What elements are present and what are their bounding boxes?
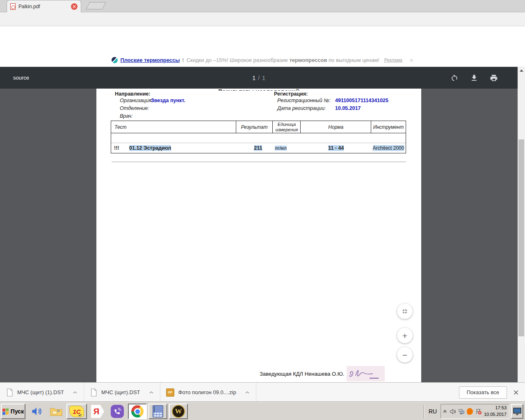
rotate-icon[interactable] — [450, 74, 459, 82]
file-icon — [90, 388, 97, 397]
row-test: 01.12 Эстрадиол — [129, 145, 171, 151]
fit-to-screen-button[interactable] — [397, 304, 413, 319]
tab-title: Palkin.pdf — [18, 4, 68, 9]
row-result: 211 — [254, 145, 262, 151]
tray-clock[interactable]: 17:53 10.05.2017 — [484, 405, 507, 418]
tray-date: 10.05.2017 — [484, 411, 507, 418]
header-result: Результат — [236, 121, 273, 133]
action-center-flag-icon[interactable] — [475, 408, 482, 415]
start-button[interactable]: Пуск — [1, 404, 25, 419]
zip-icon: ZIP — [166, 388, 174, 397]
taskbar-1c-button[interactable]: 1Сv7 — [66, 404, 87, 419]
row-unit: пг/мл — [275, 146, 286, 151]
org-value: Звезда пункт. — [151, 98, 185, 103]
yandex-direct-icon — [112, 57, 118, 63]
zoom-in-button[interactable]: + — [397, 328, 413, 343]
volume-icon[interactable] — [450, 408, 456, 415]
desktop: { "colors": { "accent_yellow": "#ffd93d"… — [0, 0, 525, 420]
network-icon[interactable] — [458, 408, 465, 415]
ad-link[interactable]: Плоские термопрессы — [120, 57, 180, 63]
horizontal-rule — [112, 162, 406, 162]
download-item[interactable]: МЧС (щит) (1).DST — [0, 383, 84, 402]
taskbar-yandex-browser-button[interactable]: Я — [89, 404, 107, 419]
ad-label[interactable]: Реклама — [384, 57, 402, 62]
file-icon — [6, 388, 13, 397]
dept-label: Отделение: — [120, 105, 149, 111]
tab-strip: Palkin.pdf ✕ — [0, 0, 525, 12]
source-label[interactable]: source — [13, 67, 29, 89]
registration-title: Регистрация: — [274, 91, 308, 97]
print-icon[interactable] — [490, 74, 498, 82]
monitor-icon — [513, 407, 522, 415]
taskbar-file-explorer-button[interactable] — [47, 404, 66, 419]
taskbar-divider — [423, 405, 424, 418]
yandex-browser-icon: Я — [91, 405, 104, 418]
close-shelf-icon[interactable] — [513, 389, 519, 396]
table-empty-row — [111, 133, 406, 143]
header-instrument: Инструмент — [371, 121, 406, 133]
show-desktop-button[interactable] — [511, 404, 523, 419]
browser-toolbar: Надежный https://docviewer.yandex.ru/vie… — [0, 12, 525, 26]
taskbar-viber-button[interactable] — [108, 404, 127, 419]
taskbar-calculator-button[interactable] — [148, 404, 167, 419]
taskbar-volume-button[interactable] — [27, 404, 46, 419]
results-table: Тест Результат Единица измерения Норма И… — [111, 121, 406, 153]
tab-close-icon[interactable]: ✕ — [71, 3, 78, 10]
signature-image — [347, 366, 385, 381]
document-page: Результаты исследований Направление: Орг… — [96, 89, 421, 382]
fit-to-screen-icon — [401, 308, 409, 315]
download-shelf: МЧС (щит) (1).DST МЧС (щит).DST ZIP Фото… — [0, 382, 525, 402]
header-norm: Норма — [301, 121, 371, 133]
chrome-icon — [131, 405, 144, 418]
pdf-favicon — [10, 3, 16, 10]
handwritten-signature — [347, 366, 385, 381]
taskbar-wow-button[interactable]: W — [169, 404, 188, 419]
viewer-toolbar: 1 / 1 source — [0, 67, 518, 89]
download-item[interactable]: МЧС (щит).DST — [84, 383, 160, 402]
chevron-up-icon[interactable] — [244, 390, 250, 395]
taskbar-chrome-button[interactable] — [128, 404, 147, 419]
download-filename: МЧС (щит).DST — [101, 389, 140, 395]
viber-icon — [111, 405, 124, 418]
reg-date-label: Дата регистрации: — [277, 105, 326, 111]
table-row: !!! 01.12 Эстрадиол 211 пг/мл 11 - 44 Ar… — [111, 143, 406, 153]
ad-text: Скидки до –15%! Широкое разнообразие тер… — [187, 57, 379, 63]
scrollbar-up-arrow[interactable] — [518, 68, 525, 73]
zoom-out-button[interactable]: − — [397, 347, 413, 363]
download-filename: Фото полигон 09.0....zip — [178, 389, 236, 395]
ad-bang: ! — [182, 57, 184, 63]
new-tab-button[interactable] — [86, 2, 106, 9]
docviewer-header: Яндекс Сохранить на Яндекс.Диск — [0, 26, 525, 53]
language-indicator[interactable]: RU — [426, 404, 440, 419]
1c-icon: 1Сv7 — [69, 406, 84, 417]
browser-tab[interactable]: Palkin.pdf ✕ — [7, 0, 81, 12]
ad-banner: Плоские термопрессы ! Скидки до –15%! Ши… — [0, 53, 525, 67]
row-instrument: Architect 2000 — [373, 145, 404, 151]
row-norm: 11 - 44 — [328, 145, 344, 151]
scrollbar-thumb[interactable] — [518, 139, 524, 336]
phone-icon — [113, 407, 121, 415]
reg-no-value: 4911005171114341025 — [335, 98, 388, 103]
chevron-up-icon[interactable] — [72, 390, 78, 395]
reg-date-value: 10.05.2017 — [335, 105, 361, 111]
scrollbar[interactable] — [518, 67, 525, 382]
show-all-downloads-button[interactable]: Показать все — [459, 386, 507, 399]
windows-logo-icon — [2, 408, 9, 415]
folder-icon — [50, 406, 62, 416]
tray-time: 17:53 — [484, 405, 507, 411]
download-icon[interactable] — [470, 74, 478, 82]
org-label: Организация: — [120, 98, 153, 103]
row-flag: !!! — [111, 145, 129, 151]
speaker-icon — [31, 406, 42, 417]
download-item[interactable]: ZIP Фото полигон 09.0....zip — [160, 383, 256, 402]
table-header-row: Тест Результат Единица измерения Норма И… — [111, 121, 406, 133]
signature-text: Заведующая КДЛ Ненашева О.Ю. — [260, 371, 344, 377]
world-of-warcraft-icon: W — [172, 405, 185, 418]
reg-no-label: Регистрационный №: — [277, 98, 331, 103]
taskbar: Пуск 1Сv7 Я W RU 17:53 10.05.2017 — [0, 402, 525, 420]
expand-tray-icon[interactable] — [443, 408, 447, 415]
calculator-icon — [153, 405, 163, 418]
chevron-up-icon[interactable] — [148, 390, 154, 395]
avast-icon[interactable] — [466, 408, 474, 415]
ad-close-icon[interactable]: × — [410, 57, 413, 64]
